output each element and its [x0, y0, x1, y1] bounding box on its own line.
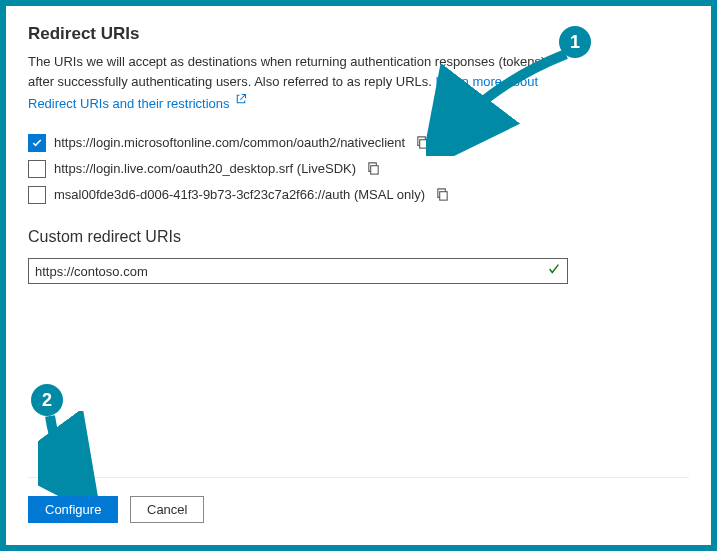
- redirect-uri-row: https://login.live.com/oauth20_desktop.s…: [28, 159, 689, 178]
- custom-uris-title: Custom redirect URIs: [28, 228, 689, 246]
- uri-checkbox[interactable]: [28, 186, 46, 204]
- copy-icon[interactable]: [364, 159, 383, 178]
- svg-rect-1: [371, 166, 379, 174]
- annotation-arrow-2: [38, 411, 108, 496]
- cancel-button[interactable]: Cancel: [130, 496, 204, 523]
- uri-text: https://login.microsoftonline.com/common…: [54, 135, 405, 150]
- annotation-callout-2: 2: [31, 384, 63, 416]
- redirect-uri-row: msal00fde3d6-d006-41f3-9b73-3cf23c7a2f66…: [28, 185, 689, 204]
- redirect-uri-row: https://login.microsoftonline.com/common…: [28, 133, 689, 152]
- svg-rect-2: [440, 192, 448, 200]
- configure-button[interactable]: Configure: [28, 496, 118, 523]
- copy-icon[interactable]: [433, 185, 452, 204]
- annotation-callout-1: 1: [559, 26, 591, 58]
- uri-text: msal00fde3d6-d006-41f3-9b73-3cf23c7a2f66…: [54, 187, 425, 202]
- external-link-icon: [235, 91, 247, 111]
- annotation-arrow-1: [426, 46, 576, 156]
- custom-uri-field-wrap: [28, 258, 568, 284]
- custom-uri-input[interactable]: [35, 264, 547, 279]
- footer-divider: [28, 477, 689, 478]
- checkmark-icon: [547, 262, 561, 280]
- footer: Configure Cancel: [6, 459, 711, 545]
- panel-content: Redirect URIs The URIs we will accept as…: [6, 6, 711, 284]
- uri-text: https://login.live.com/oauth20_desktop.s…: [54, 161, 356, 176]
- uri-checkbox[interactable]: [28, 160, 46, 178]
- uri-checkbox[interactable]: [28, 134, 46, 152]
- panel-frame: Redirect URIs The URIs we will accept as…: [0, 0, 717, 551]
